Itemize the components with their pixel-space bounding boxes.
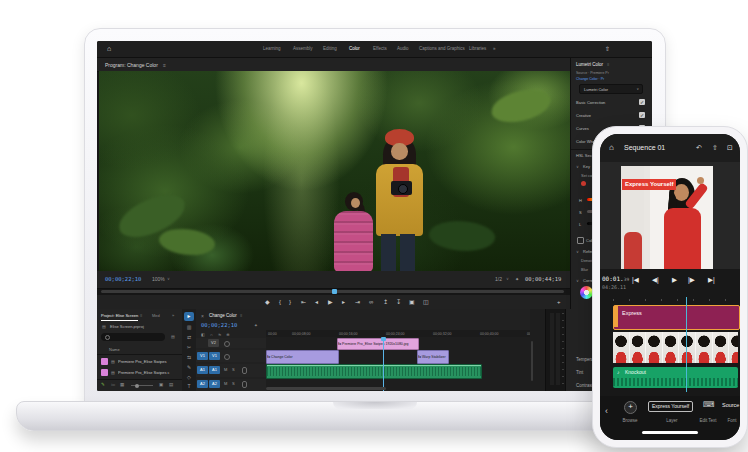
play-button[interactable]: ▶ <box>672 276 677 284</box>
pen-tool[interactable]: ✎ <box>182 362 196 372</box>
mute-button[interactable]: M <box>224 367 227 372</box>
clip-image[interactable]: fx Premiere Pro_Elise Swipes 1920x1080.j… <box>337 338 419 350</box>
comparison-view-button[interactable]: ◫ <box>423 295 429 309</box>
panel-menu-icon[interactable]: ≡ <box>240 313 242 318</box>
project-item-row[interactable]: ▤ Premiere Pro_Elise Swipes c <box>97 367 182 378</box>
timeline-v-scrollbar[interactable] <box>531 341 533 381</box>
mark-out-button[interactable]: } <box>289 295 291 309</box>
tab-editing[interactable]: Editing <box>323 46 337 51</box>
lift-button[interactable]: ↥ <box>383 295 388 309</box>
title-clip[interactable]: Express <box>613 305 740 330</box>
section-creative[interactable]: Creative <box>576 113 591 118</box>
extract-button[interactable]: ↧ <box>396 295 401 309</box>
program-timecode[interactable]: 00;00;22;10 <box>105 276 141 282</box>
zoom-slider-handle[interactable] <box>135 384 139 388</box>
music-clip[interactable]: ♪ Knockout <box>613 367 738 388</box>
ripple-edit-tool[interactable]: ⇄ <box>182 332 196 342</box>
preset-dropdown[interactable]: Lumetri Color ∨ <box>579 84 643 94</box>
checkbox-basic-correction[interactable]: ✓ <box>639 99 645 105</box>
project-item-label[interactable]: Premiere Pro_Elise Swipes c <box>118 370 180 375</box>
browse-add-icon[interactable]: + <box>624 401 637 414</box>
track-select-tool[interactable]: ▥ <box>182 322 196 332</box>
project-pen-icon[interactable]: ✎ <box>101 382 105 387</box>
label-color-chip[interactable] <box>101 358 108 365</box>
list-view-icon[interactable]: ≔ <box>111 382 116 387</box>
go-to-end-button[interactable]: ▶| <box>708 276 715 284</box>
source-patch-chip[interactable]: V1 <box>197 352 208 360</box>
lumetri-tab[interactable]: Lumetri Color <box>576 62 603 67</box>
frame-forward-button[interactable]: |▶ <box>688 276 695 284</box>
name-column-header[interactable]: Name <box>109 347 120 352</box>
tab-effects[interactable]: Effects <box>373 46 387 51</box>
new-bin-icon[interactable]: ▤ <box>171 334 175 339</box>
step-back-button[interactable]: ◂ <box>315 295 318 309</box>
rush-preview[interactable]: Express Yourself <box>600 162 740 269</box>
tab-captions-and-graphics[interactable]: Captions and Graphics <box>419 46 465 51</box>
undo-icon[interactable]: ↶ <box>696 144 702 152</box>
monitor-scrub-bar[interactable] <box>101 290 564 293</box>
razor-tool[interactable]: ✂ <box>182 342 196 352</box>
panel-menu-icon[interactable]: ≡ <box>140 313 142 318</box>
track-chip[interactable]: V2 <box>208 339 219 347</box>
section-basic-correction[interactable]: Basic Correction <box>576 100 605 105</box>
project-path[interactable]: Elise Screen.prproj <box>110 324 144 329</box>
go-to-in-button[interactable]: ⇤ <box>301 295 306 309</box>
export-frame-button[interactable]: ▣ <box>409 295 415 309</box>
loop-button[interactable]: ∞ <box>369 295 373 309</box>
mark-in-button[interactable]: { <box>279 295 281 309</box>
program-tab[interactable]: Program: Change Color <box>105 62 158 68</box>
track-chip[interactable]: A1 <box>209 366 220 374</box>
solo-button[interactable]: S <box>232 367 235 372</box>
track-eye-icon[interactable] <box>224 354 230 360</box>
share-icon[interactable]: ⇧ <box>605 45 610 52</box>
zoom-select[interactable]: 100% <box>152 276 165 282</box>
go-to-out-button[interactable]: ⇥ <box>355 295 360 309</box>
media-browser-tab[interactable]: Med <box>152 313 160 318</box>
selection-tool[interactable]: ► <box>184 312 194 321</box>
panel-menu-icon[interactable]: ≡ <box>163 62 166 68</box>
track-eye-icon[interactable] <box>224 341 230 347</box>
share-icon[interactable]: ⇧ <box>712 144 718 152</box>
mic-icon[interactable] <box>242 381 247 388</box>
icon-view-icon[interactable]: ▦ <box>120 382 124 387</box>
expand-icon[interactable]: ∨ <box>576 278 579 283</box>
rush-playhead[interactable] <box>686 297 687 392</box>
timeline-playhead-head[interactable] <box>381 337 386 341</box>
project-item-label[interactable]: Premiere Pro_Elise Swipes <box>118 359 180 364</box>
clip-change-color[interactable]: fx Change Color <box>266 350 339 364</box>
workspace-overflow-icon[interactable]: » <box>493 46 496 51</box>
font-value[interactable]: Source Sans P <box>722 402 740 408</box>
timeline-h-scrollbar[interactable] <box>266 387 386 390</box>
back-icon[interactable]: ‹ <box>605 406 608 416</box>
play-button[interactable]: ▶ <box>328 295 333 309</box>
track-header-v2[interactable]: V2 <box>196 338 266 348</box>
keyboard-icon[interactable]: ⌨ <box>703 400 715 409</box>
color-gray-checkbox[interactable] <box>577 237 584 244</box>
layer-button[interactable]: Express Yourself <box>648 401 693 412</box>
source-patch-chip[interactable]: A2 <box>197 380 208 388</box>
tab-audio[interactable]: Audio <box>397 46 409 51</box>
frame-back-button[interactable]: ◀| <box>652 276 659 284</box>
step-forward-button[interactable]: ▸ <box>342 295 345 309</box>
checkbox-creative[interactable]: ✓ <box>639 112 645 118</box>
mute-button[interactable]: M <box>224 381 227 386</box>
timeline-wrench-icon[interactable]: ✦ <box>254 323 258 328</box>
track-header-a2[interactable]: A2 A2 M S <box>196 379 266 390</box>
timeline-tab[interactable]: Change Color <box>209 313 237 318</box>
search-input[interactable] <box>101 333 165 341</box>
label-color-chip[interactable] <box>101 369 108 376</box>
timeline-playhead[interactable] <box>383 337 384 391</box>
slip-tool[interactable]: ⇆ <box>182 352 196 362</box>
add-button[interactable]: + <box>557 295 561 309</box>
program-monitor-video[interactable] <box>99 71 570 271</box>
mic-icon[interactable] <box>242 367 247 374</box>
title-overlay-badge[interactable]: Express Yourself <box>622 179 676 190</box>
track-header-a1[interactable]: A1 A1 M S <box>196 364 266 377</box>
tab-libraries[interactable]: Libraries <box>469 46 486 51</box>
close-icon[interactable]: × <box>201 313 204 319</box>
project-tab[interactable]: Project: Elise Screen <box>101 313 138 321</box>
settings-wrench-icon[interactable]: ✦ <box>515 276 519 282</box>
new-item-icon[interactable]: ▣ <box>159 382 163 387</box>
source-clip-link[interactable]: Change Color · Pr <box>576 77 604 81</box>
track-chip[interactable]: A2 <box>209 380 220 388</box>
